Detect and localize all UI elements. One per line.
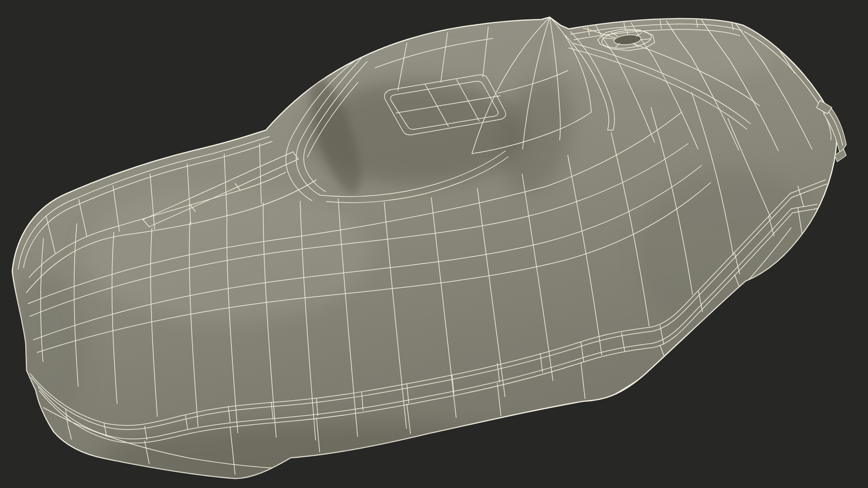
wireframe-render (0, 0, 868, 488)
shading-front-highlight (81, 185, 371, 321)
viewport[interactable] (0, 0, 868, 488)
